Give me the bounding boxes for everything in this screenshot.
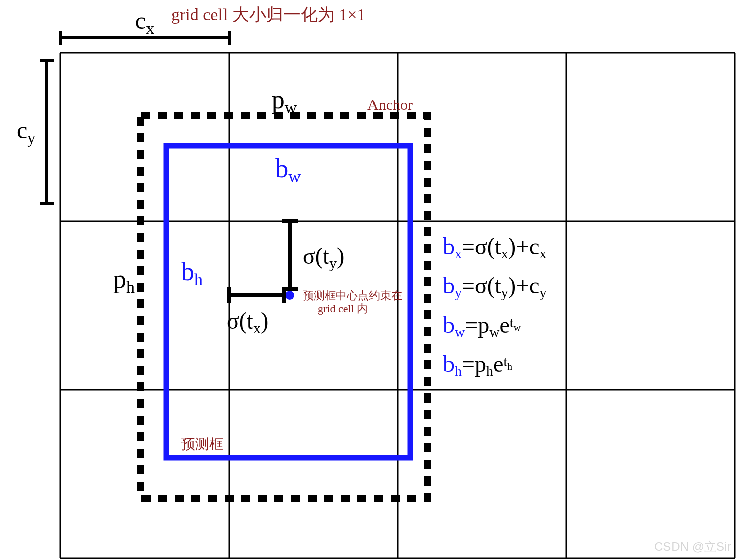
grid-note: grid cell 大小归一化为 1×1 [171, 5, 366, 24]
diagram-canvas: cx grid cell 大小归一化为 1×1 cy Anchor pw ph … [0, 0, 747, 560]
equation: by=σ(ty)+cy [443, 273, 547, 300]
ph-label: ph [113, 265, 135, 296]
sigma-tx-label: σ(tx) [227, 308, 268, 336]
prediction-box [166, 146, 410, 458]
sigma-tx-marker [229, 287, 284, 303]
sigma-ty-label: σ(ty) [303, 243, 344, 271]
bh-label: bh [181, 257, 203, 289]
equation: bw=pwetw [443, 312, 521, 340]
pw-label: pw [272, 85, 297, 117]
cx-label: cx [135, 7, 154, 37]
pred-box-label: 预测框 [181, 436, 223, 452]
center-dot [285, 291, 294, 300]
center-note-line2: grid cell 内 [318, 302, 368, 315]
center-note-line1: 预测框中心点约束在 [303, 289, 402, 302]
cy-label: cy [17, 117, 35, 147]
bw-label: bw [275, 154, 301, 186]
equation: bx=σ(tx)+cx [443, 233, 547, 261]
cy-bracket [40, 60, 54, 204]
equations: bx=σ(tx)+cxby=σ(ty)+cybw=pwetwbh=pheth [443, 233, 547, 379]
grid [60, 53, 735, 558]
anchor-label: Anchor [367, 96, 413, 113]
sigma-ty-marker [282, 221, 298, 289]
watermark: CSDN @立Sir [654, 540, 731, 553]
equation: bh=pheth [443, 351, 512, 379]
